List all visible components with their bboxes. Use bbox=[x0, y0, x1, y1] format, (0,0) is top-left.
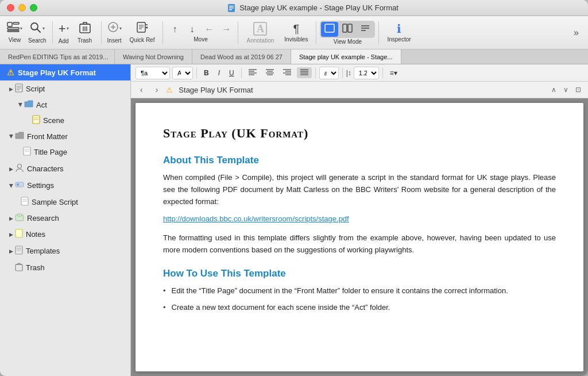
sidebar-item-titlepage[interactable]: Title Page bbox=[0, 144, 130, 160]
view-button[interactable]: ▾ View bbox=[5, 20, 25, 45]
notes-icon bbox=[15, 229, 23, 240]
svg-rect-3 bbox=[229, 9, 232, 10]
move-down-icon: ↓ bbox=[189, 24, 194, 34]
research-triangle: ▶ bbox=[9, 216, 13, 221]
nav-down-button[interactable]: ∨ bbox=[561, 85, 571, 95]
notes-label: Notes bbox=[26, 230, 45, 239]
tab-2[interactable]: Waving Not Drowning bbox=[115, 49, 192, 64]
nav-split-button[interactable]: ⊡ bbox=[573, 85, 583, 95]
section1-link[interactable]: http://downloads.bbc.co.uk/writersroom/s… bbox=[163, 214, 556, 223]
view-arrow: ▾ bbox=[20, 26, 22, 31]
sidebar-item-frontmatter[interactable]: ▶ Front Matter bbox=[0, 129, 130, 144]
sidebar-item-act[interactable]: ▶ Act bbox=[0, 97, 130, 112]
inspector-label: Inspector bbox=[387, 36, 411, 43]
nav-up-button[interactable]: ∧ bbox=[549, 85, 559, 95]
style-select[interactable]: ¶a bbox=[136, 67, 170, 79]
list-button[interactable]: ≡▾ bbox=[386, 68, 401, 78]
viewmode-outline-button[interactable] bbox=[357, 22, 374, 37]
svg-rect-50 bbox=[16, 229, 22, 237]
svg-rect-6 bbox=[7, 28, 19, 29]
svg-rect-5 bbox=[13, 22, 19, 24]
move-down-button[interactable]: ↓ bbox=[184, 23, 200, 36]
sidebar-header-label: Stage Play UK Format bbox=[18, 68, 96, 77]
tab-4[interactable]: Stage play UK example - Stage... bbox=[291, 49, 401, 64]
annotation-icon: A bbox=[253, 22, 267, 36]
underline-button[interactable]: U bbox=[226, 68, 238, 78]
frontmatter-icon bbox=[15, 132, 24, 141]
sidebar-item-templates[interactable]: ▶ Templates bbox=[0, 243, 130, 259]
svg-point-42 bbox=[18, 164, 22, 168]
window-title-text: Stage play UK example - Stage Play UK Fo… bbox=[239, 3, 399, 12]
svg-rect-44 bbox=[17, 183, 19, 186]
sep2 bbox=[101, 21, 102, 44]
annotation-button[interactable]: A Annotation bbox=[242, 20, 278, 46]
sidebar-item-notes[interactable]: ▶ Notes bbox=[0, 226, 130, 243]
add-button[interactable]: + ▾ Add bbox=[56, 19, 71, 47]
editor[interactable]: Stage Play (UK Format) About This Templa… bbox=[136, 103, 583, 371]
insert-button[interactable]: ▾ Insert bbox=[105, 19, 124, 46]
scene-label: Scene bbox=[43, 116, 64, 125]
align-left-button[interactable] bbox=[245, 67, 260, 78]
align-right-button[interactable] bbox=[280, 67, 295, 78]
nav-back-button[interactable]: ‹ bbox=[136, 84, 148, 95]
toolbar-more-button[interactable]: » bbox=[569, 25, 583, 40]
svg-rect-7 bbox=[7, 30, 19, 32]
settings-icon bbox=[15, 180, 24, 191]
sidebar-item-research[interactable]: ▶ Research bbox=[0, 210, 130, 226]
close-button[interactable] bbox=[7, 4, 14, 11]
view-icon bbox=[7, 22, 20, 35]
document-area: Stage Play (UK Format) About This Templa… bbox=[131, 98, 588, 376]
invisibles-label: Invisibles bbox=[284, 36, 308, 43]
sidebar-item-samplescript[interactable]: Sample Script bbox=[0, 194, 130, 210]
sep6 bbox=[378, 21, 379, 44]
tab-1[interactable]: RedPen EDITING Tips as at 2019... bbox=[0, 49, 115, 64]
lineheight-icon: |↕ bbox=[346, 69, 351, 77]
move-left-icon: ← bbox=[204, 24, 214, 34]
maximize-button[interactable] bbox=[30, 4, 37, 11]
nav-forward-button[interactable]: › bbox=[151, 84, 163, 95]
sidebar: ⚠ Stage Play UK Format ▶ Script ▶ bbox=[0, 64, 131, 376]
search-button[interactable]: ▾ Search bbox=[26, 19, 49, 46]
lineheight-select[interactable]: 1.2 bbox=[354, 67, 379, 79]
invisibles-button[interactable]: ¶ Invisibles bbox=[280, 21, 312, 45]
move-left-button[interactable]: ← bbox=[201, 23, 217, 36]
format-bar: ¶a Aa B I U bbox=[131, 64, 588, 82]
minimize-button[interactable] bbox=[18, 4, 26, 11]
svg-rect-1 bbox=[229, 6, 234, 7]
templates-label: Templates bbox=[26, 247, 60, 255]
viewmode-split-button[interactable] bbox=[339, 22, 356, 37]
doc-warning-icon: ⚠ bbox=[166, 86, 173, 94]
app-icon bbox=[227, 3, 236, 13]
trash-button[interactable]: Trash bbox=[72, 19, 98, 46]
sidebar-item-scene[interactable]: Scene bbox=[0, 112, 130, 129]
inspector-button[interactable]: ℹ Inspector bbox=[382, 21, 415, 45]
svg-rect-28 bbox=[348, 24, 352, 32]
fmt-sep4 bbox=[342, 68, 343, 78]
move-right-button[interactable]: → bbox=[218, 23, 234, 36]
sidebar-item-script[interactable]: ▶ Script bbox=[0, 80, 130, 97]
sidebar-item-characters[interactable]: ▶ Characters bbox=[0, 160, 130, 177]
sidebar-item-trash[interactable]: ▶ Trash bbox=[0, 259, 130, 276]
sidebar-item-settings[interactable]: ▶ Settings bbox=[0, 177, 130, 194]
sep5 bbox=[316, 21, 316, 44]
font-select[interactable]: Aa bbox=[172, 67, 193, 79]
templates-triangle: ▶ bbox=[9, 248, 13, 254]
samplescript-icon bbox=[21, 197, 29, 208]
font-color-select[interactable]: a bbox=[319, 67, 339, 79]
settings-label: Settings bbox=[27, 181, 54, 190]
italic-button[interactable]: I bbox=[215, 68, 223, 78]
move-up-button[interactable]: ↑ bbox=[167, 23, 183, 36]
tab-3[interactable]: Dead Wood as at 2019 06 27 bbox=[192, 49, 291, 64]
quickref-button[interactable]: Quick Ref bbox=[125, 20, 160, 45]
warning-icon: ⚠ bbox=[7, 68, 14, 77]
align-center-button[interactable] bbox=[262, 67, 277, 78]
viewmode-single-button[interactable] bbox=[321, 22, 338, 37]
bold-button[interactable]: B bbox=[200, 68, 212, 78]
toolbar: ▾ View ▾ Search + ▾ bbox=[0, 16, 588, 49]
characters-label: Characters bbox=[27, 164, 64, 173]
titlepage-icon bbox=[23, 147, 31, 158]
svg-rect-2 bbox=[229, 7, 234, 9]
viewmode-label: View Mode bbox=[334, 39, 362, 45]
script-label: Script bbox=[26, 85, 45, 93]
align-justify-button[interactable] bbox=[297, 67, 312, 78]
